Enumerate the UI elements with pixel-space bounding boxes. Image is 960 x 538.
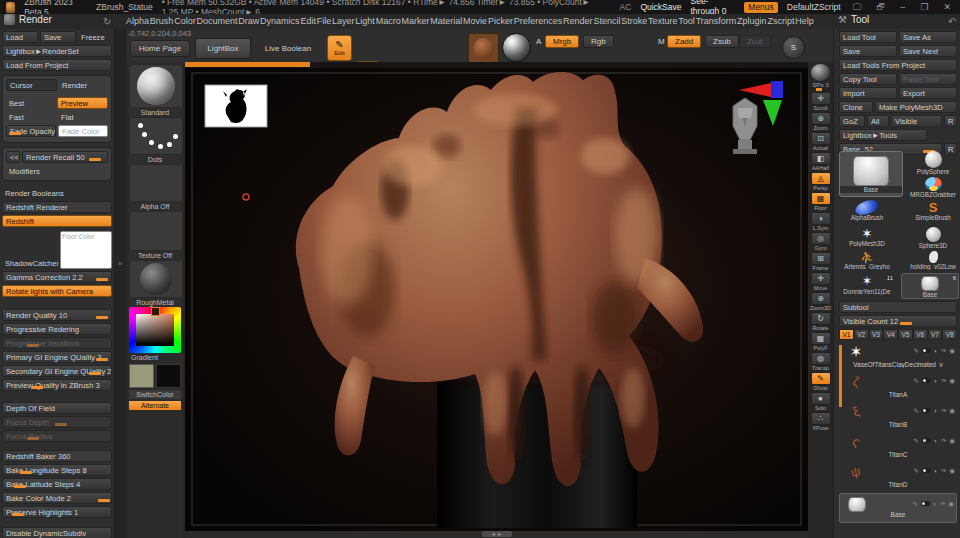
tool-thumb-holding[interactable]: holding_v02Low — [909, 251, 957, 270]
menu-picker[interactable]: Picker — [488, 15, 513, 27]
goz-visible-button[interactable]: Visible — [891, 115, 942, 127]
lightbox-tools-button[interactable]: Lightbox►Tools — [839, 129, 927, 141]
menu-brush[interactable]: Brush — [150, 15, 174, 27]
main-color-swatch[interactable] — [129, 364, 154, 388]
tool-thumb-polymesh3d[interactable]: ✶ PolyMesh3D — [839, 227, 895, 247]
menu-stencil[interactable]: Stencil — [593, 15, 620, 27]
menu-stroke[interactable]: Stroke — [621, 15, 647, 27]
edit-icon[interactable]: ✎ — [912, 500, 917, 507]
menu-zplugin[interactable]: Zplugin — [737, 15, 767, 27]
monitor-icon[interactable]: 🖵 — [850, 2, 865, 13]
focus-depth-slider[interactable]: Focus Depth — [2, 416, 112, 428]
tool-thumb-polysphere[interactable]: PolySphere — [909, 151, 957, 175]
menu-color[interactable]: Color — [174, 15, 196, 27]
menu-edit[interactable]: Edit — [300, 15, 316, 27]
edit-icon[interactable]: ✎ — [913, 347, 918, 354]
menu-dynamics[interactable]: Dynamics — [260, 15, 300, 27]
menu-transform[interactable]: Transform — [696, 15, 737, 27]
eye-icon[interactable]: ◉ — [949, 467, 955, 474]
brush-icon[interactable]: ✑ — [941, 467, 946, 474]
stroke-name-label[interactable]: Dots — [129, 155, 181, 164]
edit-button[interactable]: ✎ Edit — [327, 35, 352, 61]
rgb-button[interactable]: Rgb — [583, 35, 614, 48]
gradient-label[interactable]: Gradient — [129, 353, 183, 362]
save-as-button[interactable]: Save As — [899, 31, 957, 43]
menu-material[interactable]: Material — [430, 15, 462, 27]
redshift-button[interactable]: Redshift — [2, 215, 112, 227]
eye-icon[interactable]: ◉ — [949, 437, 955, 444]
disable-dynamicsubdiv-button[interactable]: Disable DynamicSubdiv — [2, 527, 112, 538]
visibility-toggle[interactable] — [922, 408, 931, 413]
redshift-renderer-header[interactable]: Redshift Renderer — [2, 201, 112, 213]
tab-v2[interactable]: V2 — [854, 329, 869, 340]
visibility-toggle[interactable] — [921, 501, 930, 506]
shelf-floor-button[interactable]: ▦Floor — [810, 192, 831, 211]
shelf-actual-button[interactable]: ⊡Actual — [810, 132, 831, 151]
brush-icon[interactable]: ✑ — [941, 437, 946, 444]
collapse-button[interactable]: << — [6, 151, 20, 163]
render-save-button[interactable]: Save — [40, 31, 76, 43]
render-freeze-button[interactable]: Freeze — [78, 31, 112, 43]
gamma-correction-slider[interactable]: Gamma Correction 2.2 — [2, 271, 112, 283]
menu-macro[interactable]: Macro — [376, 15, 401, 27]
shadowcatcher-label[interactable]: ShadowCatcher — [2, 257, 58, 269]
cursor-tab[interactable]: Cursor — [6, 79, 57, 91]
subtool-row-titanc[interactable]: ς ✎◐✑◉ TitanC — [839, 433, 957, 463]
tab-v3[interactable]: V3 — [869, 329, 884, 340]
tool-thumb-donnieyen[interactable]: 11 ✶ DonnieYen11(De — [839, 275, 895, 295]
material-thumbnail[interactable] — [129, 260, 183, 298]
primary-gi-slider[interactable]: Primary GI Engine QUality 3 — [2, 351, 112, 363]
zcut-button[interactable]: Zcut — [739, 35, 771, 48]
shelf-transp-button[interactable]: ◍Transp — [810, 352, 831, 371]
tool-thumb-base2[interactable]: 6 Base — [901, 273, 959, 299]
render-fast-button[interactable]: Fast — [6, 111, 56, 123]
visibility-toggle[interactable] — [922, 438, 931, 443]
tool-reset-icon[interactable]: ↶ — [948, 16, 956, 27]
brush-icon[interactable]: ✑ — [940, 500, 945, 507]
shelf-frame-button[interactable]: ⊞Frame — [810, 252, 831, 271]
load-tool-button[interactable]: Load Tool — [839, 31, 897, 43]
material-name-label[interactable]: RoughMetal — [129, 298, 181, 307]
shelf-zoom3d-button[interactable]: ⊕Zoom3D — [810, 292, 831, 311]
depth-of-field-button[interactable]: Depth Of Field — [2, 402, 112, 414]
tab-v1[interactable]: V1 — [839, 329, 854, 340]
render-flat-button[interactable]: Flat — [58, 111, 108, 123]
shelf-ghost-button[interactable]: ✎Ghost — [810, 372, 831, 391]
viewport-canvas[interactable] — [185, 62, 808, 531]
current-material-button[interactable] — [502, 33, 531, 62]
current-brush-button[interactable] — [468, 33, 499, 64]
active-tool-thumbnail[interactable]: Base — [839, 151, 903, 197]
edit-icon[interactable]: ✎ — [913, 437, 918, 444]
left-divider[interactable]: » — [113, 29, 127, 538]
minimize-button[interactable]: – — [897, 2, 908, 12]
texture-name-label[interactable]: Texture Off — [129, 251, 181, 260]
shade-icon[interactable]: ◐ — [934, 377, 938, 384]
color-picker-cursor[interactable] — [151, 307, 160, 316]
progressive-iterations-slider[interactable]: Progressive Iterations — [2, 337, 112, 349]
brush-name-label[interactable]: Standard — [129, 108, 181, 117]
color-picker-gradient[interactable] — [136, 314, 174, 346]
goz-r-button[interactable]: R — [944, 115, 957, 127]
render-load-from-project-button[interactable]: Load From Project — [2, 59, 112, 71]
menu-texture[interactable]: Texture — [648, 15, 678, 27]
shelf-zoom-button[interactable]: ⊕Zoom — [810, 112, 831, 131]
render-best-button[interactable]: Best — [6, 97, 55, 109]
goz-all-button[interactable]: All — [867, 115, 889, 127]
home-page-button[interactable]: Home Page — [130, 40, 190, 57]
switchcolor-button[interactable]: SwitchColor — [129, 390, 181, 399]
lightbox-renderset-button[interactable]: Lightbox►RenderSet — [2, 45, 112, 57]
menu-layer[interactable]: Layer — [332, 15, 355, 27]
spix-slider[interactable]: SPix 3 — [810, 82, 831, 91]
menu-marker[interactable]: Marker — [401, 15, 429, 27]
texture-thumbnail[interactable] — [129, 211, 183, 251]
export-button[interactable]: Export — [899, 87, 957, 99]
shade-icon[interactable]: ◐ — [934, 437, 938, 444]
shelf-move-button[interactable]: ✛Move — [810, 272, 831, 291]
shade-icon[interactable]: ◐ — [934, 347, 938, 354]
menu-tool[interactable]: Tool — [678, 15, 695, 27]
close-button[interactable]: ✕ — [940, 2, 954, 12]
make-polymesh3d-button[interactable]: Make PolyMesh3D — [875, 101, 957, 113]
render-quality-slider[interactable]: Render Quality 10 — [2, 309, 112, 321]
preserve-highlights-slider[interactable]: Preserve Highlights 1 — [2, 506, 112, 518]
menu-document[interactable]: Document — [196, 15, 237, 27]
